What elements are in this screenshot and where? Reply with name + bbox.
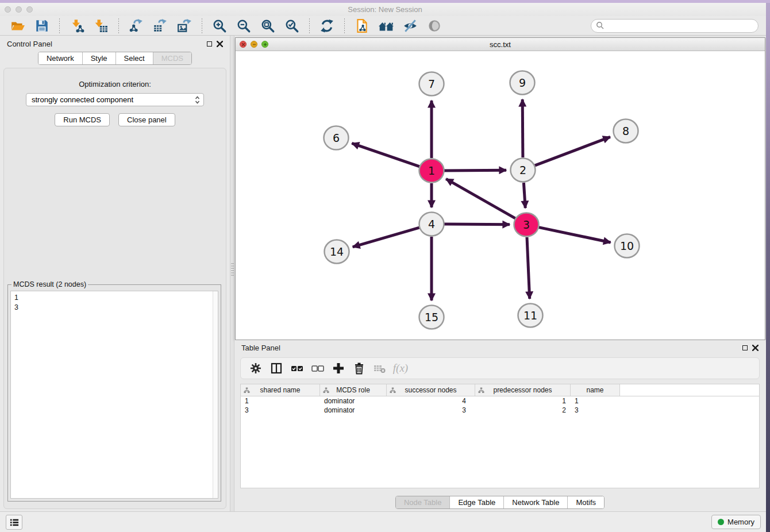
function-builder-button[interactable]: f(x) <box>390 360 411 377</box>
close-panel-icon[interactable] <box>217 41 223 47</box>
tab-style[interactable]: Style <box>82 52 116 64</box>
graph-edge[interactable] <box>522 99 523 157</box>
refresh-icon <box>319 18 334 33</box>
delete-table-icon <box>373 362 387 375</box>
tab-network-table[interactable]: Network Table <box>503 496 567 508</box>
close-panel-button[interactable]: Close panel <box>118 113 175 126</box>
tab-edge-table[interactable]: Edge Table <box>449 496 503 508</box>
network-graph[interactable]: 7968124314101511 <box>236 51 765 340</box>
graph-edge[interactable] <box>527 237 530 299</box>
network-window-title: scc.txt <box>236 40 765 49</box>
mcds-result-scrollbar[interactable] <box>213 291 218 498</box>
duplicate-network-button[interactable] <box>352 17 372 34</box>
graph-node[interactable]: 14 <box>325 240 349 264</box>
column-header-mcds-role[interactable]: MCDS role <box>320 384 387 396</box>
zoom-out-icon <box>236 18 251 33</box>
search-input[interactable] <box>591 19 759 33</box>
graph-edge[interactable] <box>539 228 611 242</box>
criterion-select[interactable]: strongly connected component <box>26 93 204 106</box>
table-row[interactable]: 1dominator411 <box>241 396 759 406</box>
import-network-icon <box>70 18 84 33</box>
svg-text:6: 6 <box>333 132 340 144</box>
node-table[interactable]: shared name MCDS role successor nodes pr… <box>240 384 760 488</box>
control-panel-tabbar: Network Style Select MCDS <box>0 52 230 65</box>
deselect-all-button[interactable] <box>307 360 328 377</box>
import-table-button[interactable] <box>91 17 111 34</box>
graph-edge[interactable] <box>444 170 506 171</box>
graph-node[interactable]: 1 <box>419 159 444 183</box>
task-history-button[interactable] <box>6 515 22 530</box>
select-all-button[interactable] <box>287 360 307 377</box>
graph-node[interactable]: 2 <box>511 159 536 182</box>
zoom-out-button[interactable] <box>234 17 253 34</box>
mcds-panel: Optimization criterion: strongly connect… <box>3 68 226 509</box>
graph-node[interactable]: 8 <box>614 119 638 143</box>
splitter-grip[interactable] <box>231 263 234 276</box>
export-network-button[interactable] <box>126 17 146 34</box>
zoom-in-icon <box>212 18 227 33</box>
memory-button[interactable]: Memory <box>711 515 761 529</box>
float-panel-icon[interactable] <box>207 41 212 47</box>
column-type-icon <box>478 387 484 394</box>
graph-edge[interactable] <box>446 179 515 218</box>
zoom-fit-button[interactable] <box>258 17 278 34</box>
show-home-button[interactable] <box>376 17 396 34</box>
tab-mcds[interactable]: MCDS <box>153 52 191 64</box>
network-window-titlebar[interactable]: scc.txt <box>236 38 765 51</box>
float-table-panel-icon[interactable] <box>742 345 748 350</box>
close-table-panel-icon[interactable] <box>752 345 759 351</box>
column-header-name[interactable]: name <box>571 384 620 396</box>
graph-node[interactable]: 6 <box>324 126 349 150</box>
refresh-layout-button[interactable] <box>317 17 337 34</box>
svg-text:14: 14 <box>330 245 344 258</box>
table-row[interactable]: 3dominator323 <box>241 406 759 415</box>
zoom-fit-icon <box>260 18 275 33</box>
run-mcds-button[interactable]: Run MCDS <box>55 113 110 126</box>
vertical-splitter[interactable] <box>230 36 234 511</box>
tab-select[interactable]: Select <box>116 52 153 64</box>
zoom-selected-button[interactable] <box>282 17 302 34</box>
node-table-header: shared name MCDS role successor nodes pr… <box>241 384 759 396</box>
open-session-button[interactable] <box>8 17 28 34</box>
graph-edge[interactable] <box>523 183 525 208</box>
column-type-icon <box>323 387 329 394</box>
graph-edge[interactable] <box>353 228 419 247</box>
column-header-shared-name[interactable]: shared name <box>241 384 320 396</box>
column-header-predecessor-nodes[interactable]: predecessor nodes <box>475 384 571 396</box>
zoom-in-button[interactable] <box>210 17 229 34</box>
tab-node-table[interactable]: Node Table <box>396 496 450 508</box>
export-image-button[interactable] <box>175 17 194 34</box>
graph-node[interactable]: 3 <box>514 213 539 237</box>
graph-node[interactable]: 7 <box>419 72 444 96</box>
network-canvas[interactable]: 7968124314101511 <box>236 51 765 340</box>
tab-motifs[interactable]: Motifs <box>567 496 604 508</box>
duplicate-network-icon <box>355 18 369 33</box>
hide-details-button[interactable] <box>401 17 420 34</box>
table-settings-button[interactable] <box>245 360 266 377</box>
export-table-button[interactable] <box>151 17 170 34</box>
svg-text:9: 9 <box>519 76 526 89</box>
graph-edge[interactable] <box>352 143 419 167</box>
save-session-button[interactable] <box>32 17 52 34</box>
svg-text:3: 3 <box>523 218 530 231</box>
graph-edge[interactable] <box>444 224 510 225</box>
tab-network[interactable]: Network <box>38 52 82 64</box>
fx-icon: f(x) <box>393 362 408 375</box>
toolbar-separator <box>202 18 202 33</box>
svg-text:7: 7 <box>428 78 435 90</box>
graph-node[interactable]: 15 <box>419 306 444 329</box>
delete-table-button[interactable] <box>369 360 390 377</box>
table-panel-header: Table Panel <box>234 340 765 355</box>
import-network-button[interactable] <box>67 17 87 34</box>
delete-column-button[interactable] <box>349 360 369 377</box>
split-panel-button[interactable] <box>266 360 287 377</box>
graph-node[interactable]: 4 <box>419 213 444 236</box>
svg-text:8: 8 <box>622 125 629 137</box>
bird-eye-view-button[interactable] <box>425 17 444 34</box>
graph-edge[interactable] <box>535 137 610 165</box>
graph-node[interactable]: 10 <box>615 234 640 258</box>
graph-node[interactable]: 9 <box>510 71 535 95</box>
add-column-button[interactable] <box>328 360 349 377</box>
graph-node[interactable]: 11 <box>518 304 543 327</box>
column-header-successor-nodes[interactable]: successor nodes <box>387 384 475 396</box>
